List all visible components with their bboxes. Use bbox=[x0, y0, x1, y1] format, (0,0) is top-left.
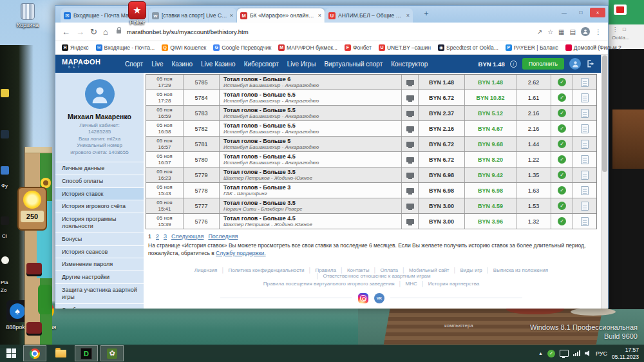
balance-amount[interactable]: BYN 1.48 bbox=[478, 61, 505, 68]
bookmark-item[interactable]: G Google Переводчик bbox=[213, 44, 271, 51]
sidebar-menu-item[interactable]: Личные данные bbox=[55, 162, 144, 175]
tab-close-icon[interactable]: × bbox=[406, 12, 410, 19]
instagram-icon[interactable] bbox=[358, 293, 368, 303]
footer-link[interactable]: Ответственное отношение к азартным играм bbox=[312, 273, 430, 279]
antivirus-icon[interactable]: ✓ bbox=[547, 350, 555, 357]
footer-link[interactable]: Лицензия bbox=[194, 267, 218, 273]
vk-icon[interactable]: VK bbox=[374, 293, 384, 303]
tv-icon[interactable] bbox=[406, 204, 414, 209]
bookmark-item[interactable]: ◉ Speedtest от Ookla... bbox=[438, 44, 498, 51]
flower-icon[interactable] bbox=[1, 256, 9, 264]
receipt-icon[interactable] bbox=[581, 93, 589, 102]
chrome-menu-icon[interactable]: ⋮ bbox=[595, 28, 601, 35]
receipt-icon[interactable] bbox=[581, 155, 589, 164]
sidebar-menu-item[interactable]: История ставок bbox=[55, 187, 144, 200]
footer-link[interactable]: Правила посещения виртуального игорного … bbox=[263, 281, 395, 287]
tray-expand-icon[interactable]: ▲ bbox=[538, 351, 543, 356]
sidebar-menu-item[interactable]: Защита участника азартной игры bbox=[55, 283, 144, 303]
site-nav-item[interactable]: Live Казино bbox=[201, 61, 236, 68]
pagination-item[interactable]: Следующая bbox=[171, 233, 204, 240]
bet-row[interactable]: 05 ноя 16:57 5781 Тотал голов - Больше 5… bbox=[146, 137, 596, 152]
language-indicator[interactable]: РУС bbox=[596, 350, 607, 357]
bookmark-item[interactable]: Я Яндекс bbox=[62, 44, 89, 51]
topup-button[interactable]: Пополнить bbox=[522, 58, 564, 70]
tab-close-icon[interactable]: × bbox=[318, 12, 321, 19]
profile-avatar[interactable] bbox=[581, 27, 590, 36]
bookmark-item[interactable]: M МАРАФОН букмек... bbox=[278, 44, 337, 51]
maximize-button[interactable]: □ bbox=[573, 8, 589, 17]
pagination-item[interactable]: Последняя bbox=[208, 233, 238, 240]
bookmark-star-icon[interactable]: ☆ bbox=[547, 28, 553, 35]
site-nav-item[interactable]: Конструктор bbox=[391, 61, 428, 68]
bet-row[interactable]: 05 ноя 15:41 5777 Тотал голов - Больше 3… bbox=[146, 198, 596, 214]
taskbar-explorer-button[interactable] bbox=[49, 345, 72, 361]
bookmark-item[interactable]: Q QIWI Кошелек bbox=[162, 44, 206, 51]
browser-tab[interactable]: U АНЛИМ.БЕЛ – Общие сведени × bbox=[325, 8, 413, 23]
tv-icon[interactable] bbox=[406, 188, 414, 193]
footer-link[interactable]: История партнерства bbox=[417, 281, 480, 287]
reload-icon[interactable]: ↻ bbox=[90, 28, 97, 36]
pagination-item[interactable]: 1 bbox=[148, 233, 151, 240]
sidebar-menu-item[interactable]: История программы лояльности bbox=[55, 213, 144, 233]
bet-row[interactable]: 05 ноя 16:59 5783 Тотал голов - Больше 5… bbox=[146, 106, 596, 121]
receipt-icon[interactable] bbox=[581, 140, 589, 149]
pokerstars-shortcut[interactable]: ★ Poker bbox=[121, 1, 153, 26]
background-window-dark[interactable] bbox=[609, 49, 644, 309]
site-nav-item[interactable]: Live bbox=[151, 61, 163, 68]
bookmark-item[interactable]: P PAYEER | Баланс bbox=[506, 44, 558, 51]
receipt-icon[interactable] bbox=[581, 109, 589, 118]
home-icon[interactable]: ⌂ bbox=[103, 28, 108, 36]
account-avatar[interactable] bbox=[569, 58, 581, 70]
page-scrollbar[interactable] bbox=[601, 55, 608, 309]
tv-icon[interactable] bbox=[406, 173, 414, 178]
bet-row[interactable]: 05 ноя 16:23 5779 Тотал голов - Больше 3… bbox=[146, 167, 596, 183]
new-tab-button[interactable]: + bbox=[421, 9, 432, 19]
bet-row[interactable]: 05 ноя 15:39 5776 Тотал голов - Больше 4… bbox=[146, 214, 596, 229]
shortcut-label[interactable]: Pla bbox=[1, 280, 8, 285]
lock-icon[interactable] bbox=[117, 30, 121, 33]
start-button[interactable] bbox=[0, 345, 22, 362]
minimize-button[interactable]: — bbox=[556, 8, 572, 17]
tab-close-icon[interactable]: × bbox=[230, 12, 233, 19]
forward-icon[interactable]: → bbox=[76, 28, 84, 36]
sidebar-menu-item[interactable]: Изменение пароля bbox=[55, 258, 144, 271]
background-window-top[interactable] bbox=[609, 0, 644, 24]
volume-icon[interactable] bbox=[585, 350, 591, 356]
scrollbar-thumb[interactable] bbox=[602, 55, 607, 172]
address-bar[interactable]: marathonbet.by/su/myaccount/bethistory.h… bbox=[127, 28, 531, 35]
pvz-game-window[interactable] bbox=[24, 147, 52, 345]
desktop-shortcut-icon[interactable] bbox=[1, 89, 9, 97]
tv-icon[interactable] bbox=[406, 219, 414, 224]
desktop-shortcut-icon[interactable] bbox=[1, 166, 9, 175]
site-nav-item[interactable]: Казино bbox=[171, 61, 193, 68]
shortcut-label[interactable]: Zo bbox=[1, 287, 6, 293]
sidebar-menu-item[interactable]: Бонусы bbox=[55, 233, 144, 245]
marathon-logo[interactable]: МАРАФОН БЕТ bbox=[62, 59, 108, 69]
support-link[interactable]: Службу поддержки. bbox=[216, 250, 266, 256]
recycle-bin-label[interactable]: Корзина bbox=[8, 22, 48, 28]
footer-link[interactable]: Правила bbox=[304, 267, 336, 273]
receipt-icon[interactable] bbox=[581, 171, 589, 180]
sidebar-menu-item[interactable]: Способ оплаты bbox=[55, 175, 144, 187]
taskbar-pvz-button[interactable]: ✿ bbox=[100, 345, 124, 361]
tv-icon[interactable] bbox=[406, 142, 414, 147]
desktop-shortcut-icon[interactable] bbox=[1, 130, 9, 138]
pagination-item[interactable]: 2 bbox=[156, 233, 159, 240]
bet-row[interactable]: 05 ноя 16:57 5780 Тотал голов - Больше 4… bbox=[146, 152, 596, 167]
shortcut-label[interactable]: Фу bbox=[1, 183, 8, 189]
bookmark-item[interactable]: U UNET.BY –сашин bbox=[379, 44, 431, 51]
bet-row[interactable]: 05 ноя 16:58 5782 Тотал голов - Больше 5… bbox=[146, 121, 596, 137]
footer-link[interactable]: Оплата bbox=[369, 267, 398, 273]
info-icon[interactable]: i bbox=[510, 61, 517, 68]
tv-icon[interactable] bbox=[406, 95, 414, 100]
shortcut-label[interactable]: CI bbox=[2, 233, 7, 239]
bookmark-item[interactable]: ✉ Входящие - Почта... bbox=[96, 44, 155, 51]
receipt-icon[interactable] bbox=[581, 78, 589, 87]
browser-tab[interactable]: M БК «Марафон» онлайн букмеке × bbox=[237, 8, 325, 23]
desktop-shortcut-icon[interactable] bbox=[1, 216, 9, 225]
bet-row[interactable]: 05 ноя 17:28 5784 Тотал голов - Больше 5… bbox=[146, 90, 596, 106]
sidebar-menu-item[interactable]: История игрового счёта bbox=[55, 200, 144, 213]
extensions-icon[interactable]: ▦ bbox=[558, 28, 564, 35]
footer-link[interactable]: Политика конфиденциальности bbox=[217, 267, 304, 273]
receipt-icon[interactable] bbox=[581, 217, 589, 226]
